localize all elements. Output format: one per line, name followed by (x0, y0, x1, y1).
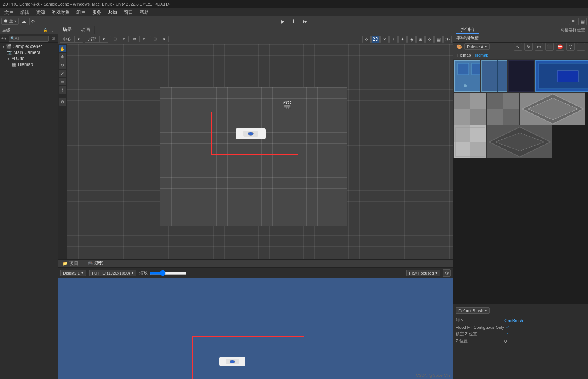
palette-tool1[interactable]: ↖ (514, 43, 522, 51)
menu-edit[interactable]: 编辑 (17, 9, 32, 16)
play-mode-dropdown[interactable]: Play Focused ▾ (406, 270, 440, 276)
scene-view[interactable]: 🎬 (67, 44, 453, 259)
svg-rect-21 (503, 109, 519, 125)
game-tab[interactable]: 🎮 游戏 (83, 260, 108, 267)
pause-button[interactable]: ⏸ (289, 18, 299, 25)
hand-tool[interactable]: ✋ (59, 45, 66, 52)
lock-z-row: 锁定 Z 位置 ✓ (456, 330, 586, 337)
palette-tool4[interactable]: ⬛ (545, 43, 554, 51)
scene-light-btn[interactable]: ☀ (380, 36, 389, 43)
local-btn[interactable]: 局部 (85, 36, 100, 42)
scene-fx-btn[interactable]: ✦ (398, 36, 407, 43)
svg-rect-20 (487, 93, 503, 109)
menu-window[interactable]: 窗口 (121, 9, 136, 16)
animation-tab[interactable]: 动画 (76, 26, 95, 34)
tile-cell-3-1[interactable] (453, 125, 486, 158)
menu-bar: 文件 编辑 资源 游戏对象 组件 服务 Jobs 窗口 帮助 (0, 8, 588, 16)
scene-nav-toolbar: 中心 ▾ 局部 ▾ ⊞ ▾ ⧉ ▾ ⊞ ▾ ⊹ 2D (58, 34, 453, 44)
tile-cell-2-1[interactable] (453, 92, 486, 125)
menu-help[interactable]: 帮助 (137, 9, 152, 16)
brush-dropdown[interactable]: Default Brush ▾ (456, 307, 490, 314)
tile-cell-1-1[interactable] (453, 59, 480, 92)
move-tool[interactable]: ✥ (59, 53, 66, 61)
scene-gizmo-btn[interactable]: ⊹ (425, 36, 434, 43)
hierarchy-lock-icon[interactable]: 🔒 (42, 27, 48, 33)
tile-cell-2-2[interactable] (486, 92, 519, 125)
display-dropdown[interactable]: Display 1 ▾ (60, 270, 86, 276)
settings-button[interactable]: ⚙ (29, 18, 37, 25)
script-row: 脚本 GridBrush (456, 317, 586, 324)
align-dropdown[interactable]: ▾ (140, 36, 148, 42)
menu-jobs[interactable]: Jobs (105, 9, 120, 16)
tile-cell-1-3[interactable] (507, 59, 534, 92)
tile-cell-3-2[interactable] (486, 125, 552, 158)
menu-services[interactable]: 服务 (89, 9, 104, 16)
rotate-tool[interactable]: ↻ (59, 61, 66, 69)
hierarchy-filter-icon[interactable]: ⊡ (50, 36, 56, 42)
palette-tool3[interactable]: ▭ (535, 43, 543, 51)
step-button[interactable]: ⏭ (300, 18, 311, 25)
bottom-tabs: 📁 项目 🎮 游戏 (58, 260, 453, 268)
palette-header-text: 平铺调色板 (456, 35, 479, 42)
menu-file[interactable]: 文件 (1, 9, 16, 16)
layout-button[interactable]: ▦ (578, 18, 587, 25)
custom-tool[interactable]: ⚙ (59, 98, 66, 106)
hierarchy-item-scene[interactable]: ▼ 🎬 SampleScene* (0, 43, 58, 49)
scene-skybox-btn[interactable]: ◈ (407, 36, 416, 43)
scene-more-btn[interactable]: ≫ (443, 36, 452, 43)
hierarchy-toolbar: + ▾ 🔍 All ⊡ (0, 34, 58, 43)
tile-grid[interactable] (453, 59, 588, 304)
menu-assets[interactable]: 资源 (33, 9, 48, 16)
scene-2d-btn[interactable]: 2D (371, 36, 380, 43)
transform-tool[interactable]: ⊹ (59, 86, 66, 94)
scene-tab[interactable]: 场景 (58, 26, 76, 34)
tile-cell-2-3[interactable] (519, 92, 585, 125)
project-tab[interactable]: 📁 项目 (58, 260, 83, 267)
game-view[interactable]: CSDN @SoberChi (58, 278, 453, 379)
palette-tool7[interactable]: ⋮ (577, 43, 585, 51)
center-btn[interactable]: 中心 (60, 36, 75, 42)
play-button[interactable]: ▶ (278, 18, 288, 25)
hierarchy-search[interactable]: 🔍 All (9, 36, 49, 42)
game-settings-btn[interactable]: ⚙ (443, 269, 451, 277)
snap-dropdown[interactable]: ▾ (120, 36, 128, 42)
palette-tool2[interactable]: ✎ (524, 43, 533, 51)
local-dropdown[interactable]: ▾ (100, 36, 108, 42)
console-tab-btn[interactable]: 控制台 (456, 26, 479, 34)
flood-fill-check[interactable]: ✓ (506, 325, 509, 330)
right-panel: 控制台 网格选择位置 平铺调色板 🎨 Palette A ▾ ↖ ✎ ▭ ⬛ (453, 26, 588, 379)
svg-rect-14 (557, 71, 578, 82)
gizmo-dropdown[interactable]: ▾ (160, 36, 168, 42)
player-game (219, 357, 245, 366)
menu-gameobject[interactable]: 游戏对象 (49, 9, 73, 16)
gizmo-btn[interactable]: ⊞ (150, 36, 160, 42)
snap-group: ⊞ ▾ (110, 36, 129, 42)
hierarchy-item-tilemap[interactable]: ▦ Tilemap (0, 61, 58, 67)
top-tabs: 场景 动画 (58, 26, 453, 34)
rect-tool[interactable]: ▭ (59, 78, 66, 85)
tile-cell-1-2[interactable] (480, 59, 507, 92)
scale-tool[interactable]: ⤢ (59, 70, 66, 77)
account-dropdown[interactable]: ⬟主 ▾ (1, 18, 19, 25)
menu-component[interactable]: 组件 (73, 9, 88, 16)
scale-slider[interactable] (149, 270, 187, 276)
scene-tool1[interactable]: ⊹ (362, 36, 371, 43)
scene-camera-btn[interactable]: ▦ (434, 36, 443, 43)
hierarchy-item-grid[interactable]: ▼ ⊞ Grid (0, 55, 58, 61)
align-btn[interactable]: ⧉ (130, 36, 140, 42)
lock-z-check[interactable]: ✓ (506, 331, 509, 336)
svg-rect-26 (454, 125, 470, 142)
scene-grid-btn[interactable]: ⊞ (416, 36, 425, 43)
scene-audio-btn[interactable]: ♪ (389, 36, 398, 43)
palette-tool6[interactable]: ⬡ (566, 43, 575, 51)
hierarchy-more-icon[interactable]: ⋮ (49, 27, 55, 33)
palette-tool5[interactable]: ⛔ (556, 43, 564, 51)
center-dropdown[interactable]: ▾ (75, 36, 83, 42)
resolution-dropdown[interactable]: Full HD (1920x1080) ▾ (89, 270, 136, 276)
cloud-button[interactable]: ☁ (20, 18, 28, 25)
hierarchy-item-camera[interactable]: 📷 Main Camera (0, 49, 58, 55)
tile-cell-1-4[interactable] (534, 59, 588, 92)
snap-btn[interactable]: ⊞ (110, 36, 120, 42)
layers-button[interactable]: ≡ (569, 18, 577, 25)
palette-dropdown[interactable]: Palette A ▾ (464, 43, 490, 50)
